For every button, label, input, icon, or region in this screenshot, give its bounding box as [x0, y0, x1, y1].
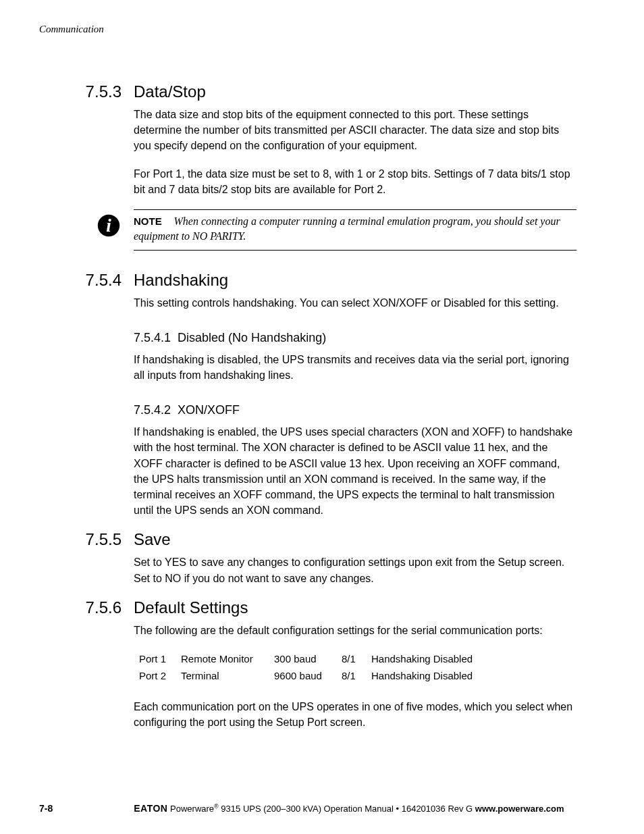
cell-bits: 8/1	[342, 653, 371, 664]
section-754-heading: 7.5.4 Handshaking	[39, 271, 576, 290]
body-text: Each communication port on the UPS opera…	[134, 699, 576, 730]
subsection-7542-heading: 7.5.4.2 XON/XOFF	[134, 403, 576, 417]
subsection-title: Disabled (No Handshaking)	[178, 331, 326, 344]
page-number: 7-8	[39, 803, 53, 814]
note-text: When connecting a computer running a ter…	[134, 215, 560, 242]
section-title: Save	[134, 530, 171, 549]
footer-product: Powerware	[167, 804, 214, 814]
body-text: This setting controls handshaking. You c…	[134, 295, 576, 311]
section-number: 7.5.4	[39, 271, 134, 290]
cell-baud: 300 baud	[274, 653, 342, 664]
page-footer: 7-8 EATON Powerware® 9315 UPS (200–300 k…	[39, 803, 605, 814]
body-text: The following are the default configurat…	[134, 623, 576, 638]
note-label: NOTE	[134, 215, 162, 227]
cell-mode: Terminal	[181, 670, 274, 681]
cell-mode: Remote Monitor	[181, 653, 274, 664]
default-settings-table: Port 1 Remote Monitor 300 baud 8/1 Hands…	[139, 650, 576, 684]
table-row: Port 1 Remote Monitor 300 baud 8/1 Hands…	[139, 650, 576, 667]
cell-bits: 8/1	[342, 670, 371, 681]
section-756-heading: 7.5.6 Default Settings	[39, 598, 576, 617]
body-text: Set to YES to save any changes to config…	[134, 554, 576, 585]
body-text: If handshaking is disabled, the UPS tran…	[134, 352, 576, 383]
section-title: Data/Stop	[134, 82, 206, 101]
table-row: Port 2 Terminal 9600 baud 8/1 Handshakin…	[139, 667, 576, 684]
section-title: Default Settings	[134, 598, 248, 617]
section-number: 7.5.3	[39, 82, 134, 101]
cell-port: Port 2	[139, 670, 181, 681]
body-text: If handshaking is enabled, the UPS uses …	[134, 424, 576, 518]
section-755-heading: 7.5.5 Save	[39, 530, 576, 549]
section-753-heading: 7.5.3 Data/Stop	[39, 82, 576, 101]
running-header: Communication	[39, 24, 576, 35]
subsection-number: 7.5.4.2	[134, 403, 171, 417]
svg-text:i: i	[106, 215, 111, 236]
note-block: i NOTE When connecting a computer runnin…	[39, 209, 576, 251]
subsection-number: 7.5.4.1	[134, 331, 171, 344]
footer-brand: EATON	[134, 803, 167, 814]
cell-handshaking: Handshaking Disabled	[371, 653, 473, 664]
footer-url: www.powerware.com	[475, 804, 564, 814]
cell-handshaking: Handshaking Disabled	[371, 670, 473, 681]
subsection-title: XON/XOFF	[178, 403, 240, 417]
cell-baud: 9600 baud	[274, 670, 342, 681]
body-text: The data size and stop bits of the equip…	[134, 107, 576, 154]
info-icon: i	[97, 213, 121, 238]
section-number: 7.5.6	[39, 598, 134, 617]
body-text: For Port 1, the data size must be set to…	[134, 166, 576, 197]
cell-port: Port 1	[139, 653, 181, 664]
section-number: 7.5.5	[39, 530, 134, 549]
footer-doc-info: 9315 UPS (200–300 kVA) Operation Manual …	[219, 804, 475, 814]
subsection-7541-heading: 7.5.4.1 Disabled (No Handshaking)	[134, 331, 576, 345]
section-title: Handshaking	[134, 271, 228, 290]
